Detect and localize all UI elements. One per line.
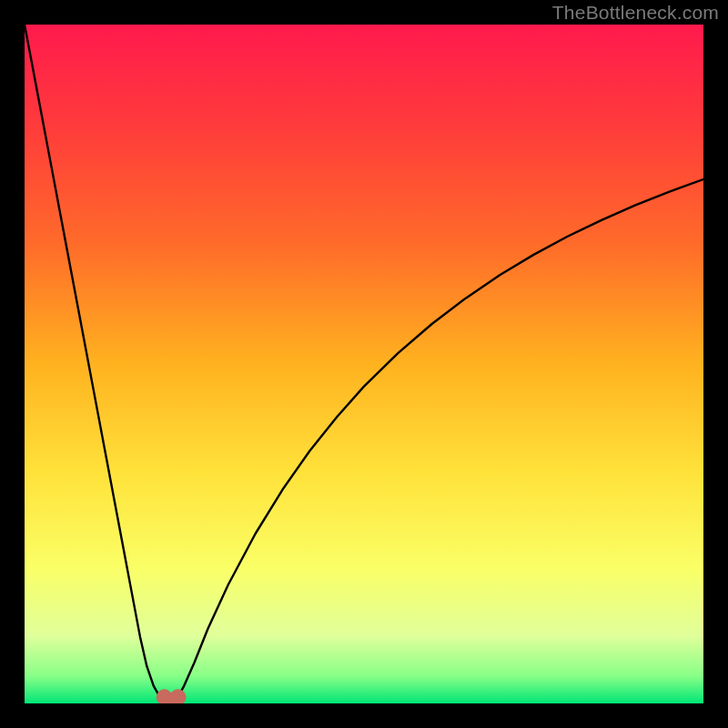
plot-area [25, 25, 703, 703]
markers [157, 690, 186, 703]
curve-marker [170, 690, 186, 703]
watermark-text: TheBottleneck.com [552, 2, 719, 24]
chart-frame: TheBottleneck.com [0, 0, 728, 728]
curve-marker [157, 690, 172, 703]
bottleneck-curve [25, 25, 703, 703]
chart-curves [25, 25, 703, 703]
